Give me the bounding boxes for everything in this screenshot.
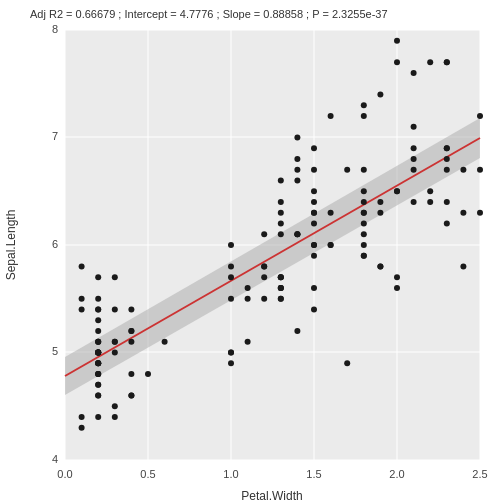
data-point: [128, 339, 134, 345]
data-point: [95, 296, 101, 302]
data-point: [278, 296, 284, 302]
x-tick-label: 0.0: [57, 468, 72, 480]
data-point: [294, 231, 300, 237]
data-point: [278, 274, 284, 280]
data-point: [411, 199, 417, 205]
data-point: [261, 274, 267, 280]
data-point: [394, 188, 400, 194]
data-point: [311, 242, 317, 248]
data-point: [427, 59, 433, 65]
data-point: [112, 403, 118, 409]
data-point: [361, 113, 367, 119]
data-point: [95, 307, 101, 313]
data-point: [128, 328, 134, 334]
data-point: [361, 199, 367, 205]
data-point: [278, 231, 284, 237]
data-point: [145, 371, 151, 377]
data-point: [411, 145, 417, 151]
data-point: [328, 113, 334, 119]
data-point: [112, 307, 118, 313]
data-point: [294, 135, 300, 141]
data-point: [112, 414, 118, 420]
x-tick-label: 2.0: [389, 468, 404, 480]
data-point: [278, 285, 284, 291]
data-point: [95, 339, 101, 345]
data-point: [112, 339, 118, 345]
data-point: [228, 242, 234, 248]
data-point: [311, 221, 317, 227]
x-tick-label: 1.0: [223, 468, 238, 480]
data-point: [261, 296, 267, 302]
data-point: [394, 285, 400, 291]
data-point: [79, 296, 85, 302]
data-point: [361, 188, 367, 194]
data-point: [95, 360, 101, 366]
data-point: [95, 317, 101, 323]
data-point: [311, 307, 317, 313]
data-point: [427, 199, 433, 205]
data-point: [460, 210, 466, 216]
data-point: [79, 425, 85, 431]
data-point: [377, 199, 383, 205]
data-point: [294, 167, 300, 173]
data-point: [328, 210, 334, 216]
data-point: [444, 221, 450, 227]
chart-svg: 0.0 0.5 1.0 1.5 2.0 2.5 4 5 6 7 8 Sepal.…: [0, 0, 504, 504]
data-point: [311, 285, 317, 291]
data-point: [278, 210, 284, 216]
data-point: [344, 360, 350, 366]
data-point: [411, 124, 417, 130]
data-point: [477, 113, 483, 119]
data-point: [245, 296, 251, 302]
data-point: [477, 210, 483, 216]
x-axis-label: Petal.Width: [241, 489, 302, 503]
data-point: [79, 307, 85, 313]
data-point: [361, 102, 367, 108]
data-point: [112, 274, 118, 280]
data-point: [361, 231, 367, 237]
data-point: [294, 156, 300, 162]
data-point: [361, 221, 367, 227]
data-point: [228, 350, 234, 356]
data-point: [444, 145, 450, 151]
y-tick-label: 6: [52, 238, 58, 250]
data-point: [377, 92, 383, 98]
data-point: [361, 167, 367, 173]
data-point: [79, 414, 85, 420]
data-point: [128, 371, 134, 377]
data-point: [361, 253, 367, 259]
data-point: [128, 307, 134, 313]
data-point: [444, 199, 450, 205]
y-axis-label: Sepal.Length: [4, 210, 18, 281]
data-point: [460, 167, 466, 173]
data-point: [411, 167, 417, 173]
data-point: [460, 264, 466, 270]
y-tick-label: 8: [52, 23, 58, 35]
data-point: [128, 393, 134, 399]
data-point: [245, 285, 251, 291]
data-point: [444, 167, 450, 173]
data-point: [477, 167, 483, 173]
data-point: [311, 253, 317, 259]
data-point: [228, 296, 234, 302]
data-point: [311, 145, 317, 151]
data-point: [411, 70, 417, 76]
data-point: [228, 360, 234, 366]
data-point: [328, 242, 334, 248]
data-point: [95, 393, 101, 399]
data-point: [95, 414, 101, 420]
data-point: [278, 199, 284, 205]
y-tick-label: 7: [52, 130, 58, 142]
data-point: [294, 328, 300, 334]
data-point: [344, 167, 350, 173]
data-point: [79, 264, 85, 270]
data-point: [228, 274, 234, 280]
data-point: [311, 188, 317, 194]
data-point: [394, 38, 400, 44]
data-point: [228, 264, 234, 270]
data-point: [278, 221, 284, 227]
data-point: [245, 339, 251, 345]
data-point: [377, 264, 383, 270]
data-point: [278, 178, 284, 184]
data-point: [411, 156, 417, 162]
